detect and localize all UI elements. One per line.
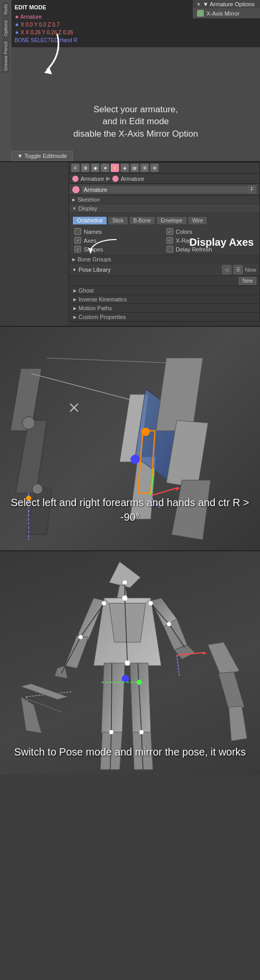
svg-line-67: [177, 655, 179, 676]
svg-marker-35: [55, 666, 68, 679]
checkbox-col-2: Colors X-Ray Delay Refresh: [164, 227, 256, 254]
svg-marker-72: [21, 697, 42, 733]
colors-checkbox[interactable]: [166, 228, 173, 235]
svg-marker-31: [104, 598, 151, 603]
toolbar-icon-5[interactable]: ◈: [121, 164, 129, 172]
xray-label: X-Ray: [176, 237, 192, 244]
checkbox-area: Names Axes Shapes: [72, 227, 256, 254]
delay-refresh-row: Delay Refresh: [164, 245, 256, 254]
svg-point-59: [167, 622, 171, 626]
names-checkbox[interactable]: [74, 228, 81, 235]
tab-octahedral[interactable]: Octahedral: [72, 216, 107, 225]
svg-marker-66: [203, 652, 207, 655]
toolbar-icon-3[interactable]: ◉: [91, 164, 99, 172]
breadcrumb: Armature ▶ Armature: [69, 174, 259, 184]
tab-b-bone[interactable]: B-Bone: [129, 216, 155, 225]
toolbar-icon-1[interactable]: ≡: [71, 164, 80, 172]
names-label: Names: [84, 229, 102, 235]
pose-prev-button[interactable]: ◁: [222, 265, 231, 274]
blender-panel: ≡ ⊞ ◉ ★ ⚡ ◈ ▤ ⚙ ⊕ Armature ▶ Armature F …: [69, 162, 260, 322]
pose-library-row: ▼ Pose Library ◁ ☰ New: [69, 263, 259, 275]
custom-properties-label: Custom Properties: [79, 314, 126, 320]
svg-marker-73: [208, 642, 239, 676]
svg-point-16: [131, 455, 140, 464]
tab-stick[interactable]: Stick: [108, 216, 128, 225]
x-axis-mirror-row[interactable]: X-Axis Mirror: [193, 8, 260, 18]
bone-groups-label: Bone Groups: [77, 256, 111, 262]
edit-mode-section: Tools Options Grease Pencil EDIT MODE ★ …: [0, 0, 260, 161]
pose-mode-section: Switch to Pose mode and mirror the pose,…: [0, 551, 260, 775]
name-icon: [72, 186, 80, 193]
pose-library-header[interactable]: ▼ Pose Library: [72, 267, 111, 273]
sidebar-tab-options[interactable]: Options: [2, 18, 9, 38]
svg-point-55: [125, 660, 130, 666]
left-gray-area: [0, 162, 69, 326]
bone-groups-section[interactable]: ▶ Bone Groups: [69, 255, 259, 263]
x-axis-mirror-checkbox[interactable]: [197, 10, 204, 17]
xray-row: X-Ray: [164, 236, 256, 245]
svg-marker-34: [65, 635, 88, 668]
toolbar-icon-4[interactable]: ★: [101, 164, 109, 172]
axes-row: Axes: [72, 236, 164, 245]
svg-marker-32: [109, 603, 146, 642]
svg-point-62: [122, 675, 129, 682]
toolbar-icon-2[interactable]: ⊞: [81, 164, 89, 172]
breadcrumb-armature2: Armature: [121, 176, 144, 182]
tab-envelope[interactable]: Envelope: [156, 216, 187, 225]
viewport-forearms-section: Z Select left and right forearms and han…: [0, 327, 260, 550]
svg-point-56: [102, 601, 106, 605]
new-button-row: New: [69, 275, 259, 286]
shapes-row: Shapes: [72, 245, 164, 254]
motion-paths-row[interactable]: ▶ Motion Paths: [69, 303, 259, 312]
svg-point-6: [32, 484, 43, 494]
tab-wire[interactable]: Wire: [188, 216, 208, 225]
armature-name-field[interactable]: [82, 186, 248, 193]
svg-line-26: [31, 374, 130, 400]
curved-arrow-graphic: [16, 29, 68, 75]
svg-marker-74: [218, 672, 244, 710]
skeleton-section[interactable]: ▶ Skeleton: [69, 195, 259, 204]
display-triangle: ▼: [72, 206, 76, 211]
ghost-triangle: ▶: [73, 288, 76, 293]
armature-options-header[interactable]: ▼ ▼ Armature Options: [193, 0, 260, 8]
toolbar-icon-8[interactable]: ⊕: [150, 164, 159, 172]
svg-marker-40: [130, 663, 151, 733]
shapes-checkbox[interactable]: [74, 246, 81, 253]
checkbox-col-1: Names Axes Shapes: [72, 227, 164, 254]
display-tabs: Octahedral Stick B-Bone Envelope Wire: [72, 216, 256, 225]
delay-refresh-label: Delay Refresh: [176, 246, 212, 253]
delay-refresh-checkbox[interactable]: [166, 246, 173, 253]
sidebar-tab-grease-pencil[interactable]: Grease Pencil: [2, 39, 9, 73]
motion-paths-triangle: ▶: [73, 306, 76, 311]
toolbar-icon-7[interactable]: ⚙: [140, 164, 149, 172]
sidebar-tab-tools[interactable]: Tools: [2, 2, 9, 17]
colors-row: Colors: [164, 227, 256, 236]
fake-user-button[interactable]: F: [248, 186, 256, 193]
toggle-editmode-button[interactable]: ▼ Toggle Editmode: [11, 151, 73, 161]
custom-properties-row[interactable]: ▶ Custom Properties: [69, 312, 259, 321]
skeleton-label: Skeleton: [77, 196, 100, 203]
svg-point-61: [139, 730, 144, 734]
motion-paths-label: Motion Paths: [79, 305, 112, 311]
blender-toolbar: ≡ ⊞ ◉ ★ ⚡ ◈ ▤ ⚙ ⊕: [69, 163, 259, 174]
xray-checkbox[interactable]: [166, 237, 173, 244]
display-section-header[interactable]: ▼ Display: [69, 204, 259, 213]
custom-props-triangle: ▶: [73, 315, 76, 320]
inverse-kinematics-row[interactable]: ▶ Inverse Kinematics: [69, 295, 259, 303]
svg-marker-3: [16, 420, 47, 493]
pose-icon-button[interactable]: ☰: [233, 265, 243, 274]
ghost-row[interactable]: ▶ Ghost: [69, 286, 259, 295]
svg-point-58: [149, 601, 153, 605]
armature-icon-toolbar[interactable]: ⚡: [111, 164, 119, 172]
new-btn: New: [245, 267, 256, 273]
viewport-instruction-text: Select left and right forearms and hands…: [10, 495, 250, 524]
inverse-kinematics-label: Inverse Kinematics: [79, 296, 127, 302]
axes-checkbox[interactable]: [74, 237, 81, 244]
pose-3d-scene: [0, 551, 260, 775]
svg-point-5: [22, 417, 35, 429]
ik-triangle: ▶: [73, 297, 76, 302]
toolbar-icon-6[interactable]: ▤: [131, 164, 139, 172]
ghost-label: Ghost: [79, 287, 94, 294]
svg-marker-75: [229, 706, 247, 741]
new-pose-button[interactable]: New: [239, 277, 256, 285]
